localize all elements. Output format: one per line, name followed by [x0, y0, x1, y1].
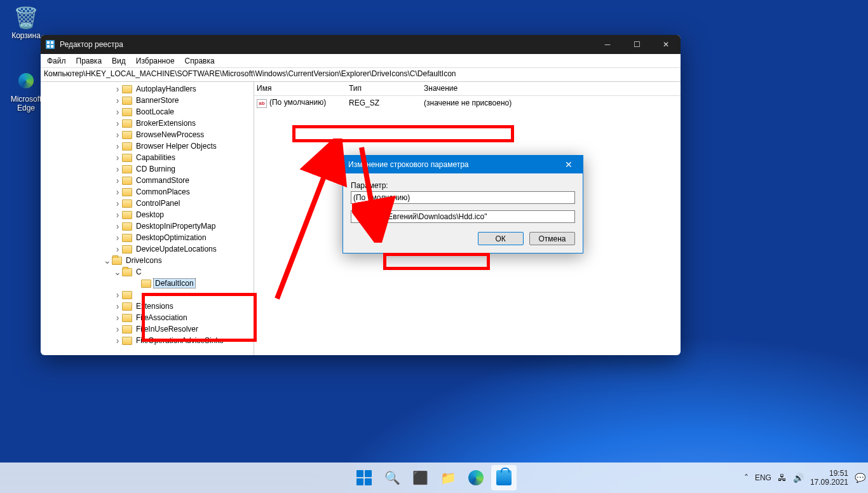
tree-item[interactable]: ›DeviceUpdateLocations — [41, 243, 254, 255]
chevron-icon[interactable]: › — [113, 233, 122, 242]
tree-item[interactable]: ›Desktop — [41, 209, 254, 220]
chevron-icon[interactable]: › — [113, 142, 122, 151]
chevron-icon[interactable]: › — [113, 107, 122, 116]
tree-item[interactable]: ›Capabilities — [41, 152, 254, 163]
desktop: 🗑️ Корзина Microsoft Edge Редактор реест… — [0, 0, 868, 493]
chevron-icon[interactable]: › — [113, 130, 122, 139]
folder-icon — [122, 154, 132, 162]
chevron-icon[interactable]: › — [113, 165, 122, 173]
volume-icon[interactable]: 🔊 — [793, 473, 804, 483]
value-data: (значение не присвоено) — [421, 97, 681, 109]
recycle-bin[interactable]: 🗑️ Корзина — [4, 6, 48, 40]
chevron-icon[interactable]: › — [113, 96, 122, 105]
tree-item-label: C — [135, 267, 143, 276]
store-button[interactable] — [491, 465, 517, 490]
network-icon[interactable]: 🖧 — [778, 473, 787, 483]
tree-item[interactable]: DefaultIcon — [41, 278, 254, 289]
tree-item[interactable]: ›FileInUseResolver — [41, 323, 254, 335]
chevron-icon[interactable]: › — [113, 302, 122, 311]
clock[interactable]: 19:51 17.09.2021 — [810, 469, 848, 487]
menu-view[interactable]: Вид — [107, 55, 131, 67]
explorer-button[interactable]: 📁 — [435, 465, 461, 490]
menu-file[interactable]: Файл — [42, 55, 71, 67]
tree-item[interactable]: ›CommonPlaces — [41, 186, 254, 198]
chevron-icon[interactable]: › — [113, 153, 122, 162]
tree-item[interactable]: ›BannerStore — [41, 95, 254, 106]
svg-rect-2 — [51, 41, 53, 44]
folder-icon — [141, 280, 151, 288]
menu-edit[interactable]: Правка — [71, 55, 107, 67]
titlebar[interactable]: Редактор реестра ─ ☐ ✕ — [41, 35, 681, 54]
tree-item[interactable]: ›FileOperationAdviseSinks — [41, 335, 254, 346]
chevron-icon[interactable]: › — [113, 290, 122, 299]
window-title: Редактор реестра — [60, 40, 123, 49]
value-row-default[interactable]: ab(По умолчанию) REG_SZ (значение не при… — [254, 96, 681, 109]
tree-item[interactable]: ›ControlPanel — [41, 198, 254, 209]
folder-icon — [122, 108, 132, 116]
chevron-icon[interactable]: › — [113, 176, 122, 185]
chevron-icon[interactable]: › — [113, 336, 122, 345]
chevron-up-icon[interactable]: ˄ — [744, 473, 749, 483]
tree-item-label: DriveIcons — [125, 256, 163, 265]
search-button[interactable]: 🔍 — [379, 465, 405, 490]
edit-string-dialog: Изменение строкового параметра ✕ Парамет… — [342, 155, 583, 253]
chevron-icon[interactable]: ⌄ — [103, 256, 112, 265]
tree-item-label: AutoplayHandlers — [135, 84, 198, 93]
tree-item-label: FileInUseResolver — [135, 325, 200, 334]
col-name[interactable]: Имя — [254, 82, 346, 95]
chevron-icon[interactable]: › — [113, 84, 122, 93]
tree-item[interactable]: ›CD Burning — [41, 163, 254, 175]
edge-taskbar-button[interactable] — [463, 465, 489, 490]
language-indicator[interactable]: ENG — [755, 473, 771, 482]
tree-item[interactable]: ⌄C — [41, 266, 254, 278]
folder-icon — [122, 165, 132, 173]
dialog-close-button[interactable]: ✕ — [560, 156, 578, 173]
tree-item-label: CD Burning — [135, 165, 177, 173]
start-button[interactable] — [351, 465, 377, 490]
tree-item[interactable]: ›Browser Helper Objects — [41, 140, 254, 152]
address-text: Компьютер\HKEY_LOCAL_MACHINE\SOFTWARE\Mi… — [44, 69, 456, 78]
taskview-button[interactable]: ⬛ — [407, 465, 433, 490]
tree-item-label: CommandStore — [135, 176, 191, 185]
menu-favorites[interactable]: Избранное — [131, 55, 180, 67]
chevron-icon[interactable]: › — [113, 119, 122, 128]
col-type[interactable]: Тип — [346, 82, 421, 95]
maximize-button[interactable]: ☐ — [622, 35, 651, 54]
chevron-icon[interactable]: › — [113, 222, 122, 231]
address-bar[interactable]: Компьютер\HKEY_LOCAL_MACHINE\SOFTWARE\Mi… — [41, 68, 681, 82]
tree-item[interactable]: ›BootLocale — [41, 106, 254, 118]
tree-item[interactable]: › — [41, 289, 254, 301]
chevron-icon[interactable]: ⌄ — [113, 267, 122, 276]
tree-item[interactable]: ⌄DriveIcons — [41, 255, 254, 266]
tree-item[interactable]: ›BrokerExtensions — [41, 118, 254, 129]
minimize-button[interactable]: ─ — [593, 35, 622, 54]
tree-item[interactable]: ›Extensions — [41, 301, 254, 312]
tree-item-label: DeviceUpdateLocations — [135, 245, 218, 253]
menu-help[interactable]: Справка — [180, 55, 220, 67]
tree-item[interactable]: ›FileAssociation — [41, 312, 254, 323]
dialog-titlebar[interactable]: Изменение строкового параметра ✕ — [343, 156, 583, 173]
tree-item[interactable]: ›AutoplayHandlers — [41, 83, 254, 95]
value-input[interactable] — [351, 210, 575, 223]
chevron-icon[interactable]: › — [113, 210, 122, 219]
tree-item[interactable]: ›DesktopOptimization — [41, 232, 254, 243]
tree-pane[interactable]: ›AutoplayHandlers›BannerStore›BootLocale… — [41, 82, 254, 355]
value-name: (По умолчанию) — [269, 98, 326, 107]
tree-item[interactable]: ›CommandStore — [41, 175, 254, 186]
cancel-button[interactable]: Отмена — [529, 232, 575, 245]
chevron-icon[interactable]: › — [113, 187, 122, 196]
edge-icon — [468, 470, 484, 485]
close-button[interactable]: ✕ — [651, 35, 681, 54]
svg-rect-4 — [51, 45, 53, 48]
col-data[interactable]: Значение — [421, 82, 681, 95]
chevron-icon[interactable]: › — [113, 313, 122, 322]
tree-item-label: DesktopIniPropertyMap — [135, 222, 217, 231]
chevron-icon[interactable]: › — [113, 325, 122, 334]
tree-item-label: DesktopOptimization — [135, 233, 208, 242]
chevron-icon[interactable]: › — [113, 245, 122, 253]
tree-item[interactable]: ›BrowseNewProcess — [41, 129, 254, 140]
ok-button[interactable]: ОК — [478, 232, 524, 245]
notifications-icon[interactable]: 💬 — [855, 473, 865, 483]
chevron-icon[interactable]: › — [113, 199, 122, 208]
tree-item[interactable]: ›DesktopIniPropertyMap — [41, 220, 254, 232]
